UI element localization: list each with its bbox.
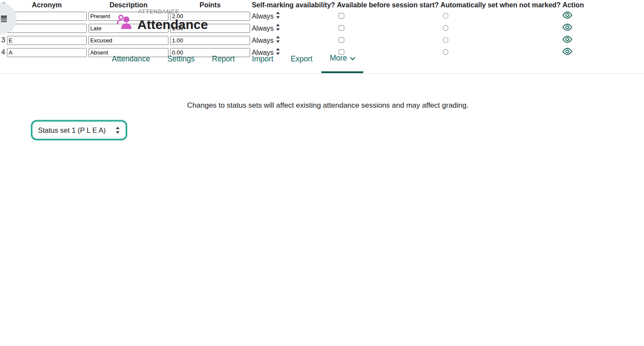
tab-settings[interactable]: Settings bbox=[159, 45, 203, 73]
acronym-input[interactable] bbox=[7, 36, 87, 45]
auto-set-radio[interactable] bbox=[443, 25, 448, 31]
visibility-toggle-button[interactable] bbox=[562, 26, 572, 33]
select-updown-arrows-icon bbox=[115, 127, 120, 134]
col-header-acronym: Acronym bbox=[6, 1, 87, 10]
eye-icon bbox=[562, 23, 572, 32]
select-updown-arrows-icon bbox=[276, 12, 280, 19]
status-row: 1 Always bbox=[1, 10, 584, 22]
secondary-navigation: Attendance Settings Report Import Export… bbox=[0, 45, 644, 74]
help-icon[interactable]: ? bbox=[331, 1, 335, 9]
availability-select[interactable]: Always bbox=[252, 24, 335, 32]
availability-selected-value: Always bbox=[252, 13, 274, 20]
col-header-selfmarking-label: Self-marking availability bbox=[252, 1, 331, 9]
acronym-input[interactable] bbox=[7, 12, 87, 21]
help-icon[interactable]: ? bbox=[435, 1, 439, 9]
eye-icon bbox=[562, 11, 572, 19]
col-header-points: Points bbox=[170, 1, 251, 10]
available-before-checkbox[interactable] bbox=[339, 13, 344, 19]
module-overline: ATTENDANCE bbox=[138, 8, 179, 15]
available-before-checkbox[interactable] bbox=[339, 25, 344, 31]
row-number: 3 bbox=[1, 35, 6, 46]
menu-lines-icon bbox=[1, 16, 7, 22]
description-input[interactable] bbox=[89, 36, 168, 45]
col-header-auto-set: Automatically set when not marked? bbox=[440, 1, 561, 10]
tab-export[interactable]: Export bbox=[282, 45, 321, 73]
col-header-action: Action bbox=[562, 1, 584, 10]
available-before-checkbox[interactable] bbox=[339, 37, 344, 43]
tab-report[interactable]: Report bbox=[203, 45, 244, 73]
tab-import[interactable]: Import bbox=[243, 45, 282, 73]
help-icon[interactable]: ? bbox=[556, 1, 561, 9]
tab-more[interactable]: More bbox=[321, 45, 364, 73]
auto-set-radio[interactable] bbox=[443, 37, 448, 43]
select-updown-arrows-icon bbox=[276, 36, 280, 43]
acronym-input[interactable] bbox=[7, 24, 87, 33]
status-set-warning-text: Changes to status sets will affect exist… bbox=[32, 101, 623, 110]
tab-attendance[interactable]: Attendance bbox=[103, 45, 159, 73]
col-header-available-before: Available before session start? bbox=[336, 1, 439, 10]
auto-set-radio[interactable] bbox=[443, 13, 448, 19]
visibility-toggle-button[interactable] bbox=[562, 38, 572, 45]
table-header-row: # Acronym Description Points Self-markin… bbox=[1, 1, 584, 10]
availability-selected-value: Always bbox=[252, 37, 274, 44]
status-set-selected-value: Status set 1 (P L E A) bbox=[38, 126, 106, 135]
availability-select[interactable]: Always bbox=[252, 36, 335, 45]
col-header-selfmarking: Self-marking availability? bbox=[251, 1, 336, 10]
status-row: 2 Always bbox=[1, 22, 584, 34]
points-input[interactable] bbox=[170, 36, 250, 45]
availability-select[interactable]: Always bbox=[252, 12, 335, 20]
col-header-available-before-label: Available before session start bbox=[337, 1, 435, 9]
availability-selected-value: Always bbox=[252, 25, 274, 32]
col-header-auto-set-label: Automatically set when not marked bbox=[441, 1, 557, 9]
status-row: 3 Always bbox=[1, 35, 584, 46]
visibility-toggle-button[interactable] bbox=[562, 13, 572, 21]
page-title: Attendance bbox=[137, 17, 208, 32]
status-set-select[interactable]: Status set 1 (P L E A) bbox=[32, 122, 126, 139]
tab-more-label: More bbox=[330, 54, 347, 63]
eye-icon bbox=[562, 35, 572, 44]
attendance-users-icon bbox=[116, 13, 133, 31]
select-updown-arrows-icon bbox=[276, 24, 280, 31]
chevron-down-icon bbox=[350, 55, 356, 61]
